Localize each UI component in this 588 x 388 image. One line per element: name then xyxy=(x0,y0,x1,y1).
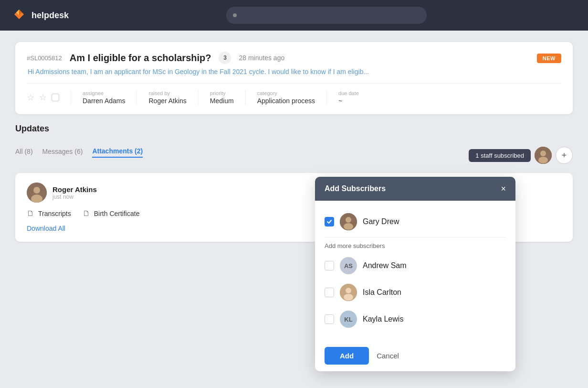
star-icon-1[interactable]: ☆ xyxy=(27,92,34,103)
assignee-value: Darren Adams xyxy=(83,97,125,105)
priority-value: Medium xyxy=(210,97,234,105)
app-header: helpdesk xyxy=(0,0,588,31)
meta-raised: raised by Roger Atkins xyxy=(136,90,198,105)
kayla-avatar: KL xyxy=(340,311,357,328)
tab-attachments[interactable]: Attachments (2) xyxy=(92,145,143,158)
gary-avatar-img xyxy=(535,147,552,164)
ticket-card: #SL0005812 Am I eligible for a scholarsh… xyxy=(15,42,573,114)
meta-due-date: due date ~ xyxy=(326,90,370,105)
ticket-title: Am I eligible for a scholarship? xyxy=(70,53,211,64)
andrew-avatar: AS xyxy=(340,257,357,274)
attachment-item-transcripts: 🗋 Transcripts xyxy=(27,209,71,218)
logo-text: helpdesk xyxy=(32,11,69,21)
due-value: ~ xyxy=(338,97,359,105)
tab-all[interactable]: All (8) xyxy=(15,146,33,157)
isla-name: Isla Carlton xyxy=(363,288,401,297)
subscriber-row-andrew: AS Andrew Sam xyxy=(325,252,506,279)
modal-cancel-button[interactable]: Cancel xyxy=(377,352,399,360)
subscriber-row-kayla: KL Kayla Lewis xyxy=(325,306,506,333)
subscriber-row-gary: Gary Drew xyxy=(325,208,506,235)
svg-point-11 xyxy=(344,223,353,230)
raised-label: raised by xyxy=(148,90,186,96)
modal-add-button[interactable]: Add xyxy=(325,347,369,365)
isla-checkbox[interactable] xyxy=(325,288,334,297)
search-bar[interactable] xyxy=(226,7,427,24)
meta-actions: ☆ ☆ xyxy=(27,92,59,103)
meta-category: category Application process xyxy=(245,90,326,105)
star-icon-2[interactable]: ☆ xyxy=(39,92,47,103)
kayla-name: Kayla Lewis xyxy=(363,315,403,323)
roger-avatar-img xyxy=(27,183,47,203)
ticket-count: 3 xyxy=(219,52,231,64)
gary-avatar xyxy=(340,213,357,230)
modal-title: Add Subscribers xyxy=(325,184,386,193)
andrew-name: Andrew Sam xyxy=(363,261,407,270)
meta-assignee: assignee Darren Adams xyxy=(71,90,136,105)
assignee-label: assignee xyxy=(83,90,125,96)
author-info: Roger Atkins just now xyxy=(52,185,97,200)
svg-point-13 xyxy=(346,288,351,293)
kayla-checkbox[interactable] xyxy=(325,314,334,324)
ticket-preview: Hi Admissions team, I am an applicant fo… xyxy=(27,68,561,75)
meta-priority: priority Medium xyxy=(198,90,245,105)
ticket-header: #SL0005812 Am I eligible for a scholarsh… xyxy=(27,52,561,64)
gary-checkbox[interactable] xyxy=(325,217,334,226)
category-label: category xyxy=(257,90,315,96)
subscribers-area: 1 staff subscribed + xyxy=(469,147,573,164)
svg-point-14 xyxy=(344,294,353,301)
svg-point-4 xyxy=(540,151,546,156)
svg-point-7 xyxy=(33,187,40,194)
ticket-checkbox[interactable] xyxy=(52,94,59,101)
author-time: just now xyxy=(52,194,97,200)
subscriber-avatar-gary[interactable] xyxy=(535,147,552,164)
file-icon-2: 🗋 xyxy=(83,209,90,218)
attachment-name-1[interactable]: Transcripts xyxy=(38,210,71,217)
category-value: Application process xyxy=(257,97,315,105)
modal-divider xyxy=(325,237,506,237)
gary-name: Gary Drew xyxy=(363,217,399,226)
svg-point-10 xyxy=(346,217,351,223)
isla-avatar xyxy=(340,284,357,301)
andrew-checkbox[interactable] xyxy=(325,261,334,270)
attachment-name-2[interactable]: Birth Certificate xyxy=(94,210,140,217)
check-icon xyxy=(326,219,332,225)
gary-modal-avatar xyxy=(340,213,357,230)
modal-header: Add Subscribers × xyxy=(315,177,515,201)
ticket-meta: ☆ ☆ assignee Darren Adams raised by Roge… xyxy=(27,83,561,105)
author-name: Roger Atkins xyxy=(52,185,97,194)
ticket-status-badge: NEW xyxy=(537,54,561,63)
ticket-time: 28 minutes ago xyxy=(239,54,284,62)
modal-footer: Add Cancel xyxy=(315,340,515,371)
svg-point-5 xyxy=(538,157,548,163)
attachment-item-birth-certificate: 🗋 Birth Certificate xyxy=(83,209,140,218)
modal-close-button[interactable]: × xyxy=(501,184,506,193)
logo-area: helpdesk xyxy=(11,8,69,23)
tab-messages[interactable]: Messages (6) xyxy=(42,146,83,157)
subscriber-row-isla: Isla Carlton xyxy=(325,279,506,306)
ticket-id: #SL0005812 xyxy=(27,54,62,62)
search-dot xyxy=(233,13,237,17)
isla-modal-avatar xyxy=(340,284,357,301)
author-avatar xyxy=(27,183,47,203)
modal-body: Gary Drew Add more subscribers AS Andrew… xyxy=(315,201,515,340)
updates-title: Updates xyxy=(15,124,49,134)
updates-tabs: All (8) Messages (6) Attachments (2) xyxy=(15,145,152,158)
add-subscribers-modal: Add Subscribers × Gary Drew Add more sub… xyxy=(315,177,515,371)
subscribers-badge: 1 staff subscribed xyxy=(469,149,531,162)
raised-value: Roger Atkins xyxy=(148,97,186,105)
file-icon-1: 🗋 xyxy=(27,209,34,218)
logo-icon xyxy=(11,8,27,23)
due-label: due date xyxy=(338,90,359,96)
priority-label: priority xyxy=(210,90,234,96)
add-subscriber-button[interactable]: + xyxy=(556,147,573,164)
more-subscribers-label: Add more subscribers xyxy=(325,242,506,249)
